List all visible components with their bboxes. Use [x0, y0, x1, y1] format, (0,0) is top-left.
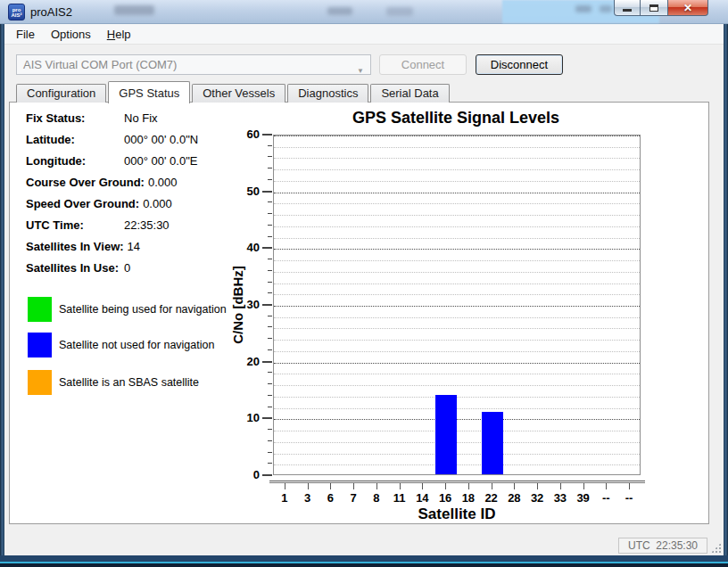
- signal-bar-16: [435, 395, 457, 474]
- y-grid-minor: [274, 328, 640, 329]
- y-tick-minor: [268, 225, 272, 226]
- chevron-down-icon: ▼: [357, 62, 364, 80]
- legend-swatch-blue: [28, 333, 52, 357]
- y-grid-major: [274, 249, 640, 250]
- titlebar-artifact: [386, 7, 413, 16]
- field-label: UTC Time:: [26, 218, 124, 232]
- close-button[interactable]: ✕: [667, 0, 708, 16]
- y-grid-minor: [274, 203, 640, 204]
- y-tick-minor: [268, 282, 272, 283]
- y-tick-minor: [268, 168, 272, 168]
- com-port-value: AIS Virtual COM Port (COM7): [23, 58, 177, 71]
- x-tick: [445, 483, 446, 489]
- window-controls: ✕: [614, 0, 708, 16]
- x-tick-label: --: [616, 491, 642, 505]
- com-port-select[interactable]: AIS Virtual COM Port (COM7) ▼: [16, 54, 371, 75]
- x-tick: [606, 483, 607, 489]
- y-tick-label: 10: [235, 411, 260, 424]
- y-tick-minor: [268, 270, 272, 271]
- y-tick-minor: [268, 372, 272, 373]
- info-row-latitude: Latitude:000° 00' 0.0"N: [26, 133, 198, 146]
- y-tick-minor: [268, 316, 272, 316]
- field-label: Longitude:: [26, 154, 124, 168]
- field-label: Latitude:: [26, 133, 124, 146]
- y-grid-minor: [274, 158, 640, 159]
- resize-grip[interactable]: [711, 543, 721, 553]
- menu-item-options[interactable]: Options: [43, 25, 99, 44]
- window-border-left: [0, 24, 4, 567]
- y-grid-minor: [274, 169, 640, 170]
- disconnect-button[interactable]: Disconnect: [476, 54, 563, 75]
- tab-configuration[interactable]: Configuration: [16, 84, 106, 103]
- legend-swatch-green: [28, 297, 52, 322]
- y-grid-major: [274, 306, 640, 307]
- legend-swatch-orange: [28, 370, 52, 395]
- chart-title: GPS Satellite Signal Levels: [260, 109, 652, 127]
- minimize-button[interactable]: [614, 0, 641, 16]
- menu-item-file[interactable]: File: [8, 25, 43, 44]
- x-tick: [308, 483, 309, 489]
- y-grid-major: [274, 136, 640, 136]
- menu-bar: FileOptionsHelp: [4, 24, 724, 45]
- field-value: 0.000: [143, 197, 172, 210]
- info-row-fix-status: Fix Status:No Fix: [26, 111, 158, 125]
- x-tick: [492, 483, 492, 489]
- y-tick-minor: [268, 145, 272, 146]
- field-value: No Fix: [124, 111, 158, 125]
- y-grid-minor: [274, 226, 640, 227]
- titlebar-artifact: [327, 7, 352, 15]
- connect-button[interactable]: Connect: [379, 54, 467, 75]
- x-tick: [560, 483, 561, 489]
- y-grid-minor: [274, 374, 640, 374]
- legend-label: Satellite being used for navigation: [59, 303, 227, 316]
- y-tick-minor: [268, 201, 272, 202]
- y-tick-minor: [268, 236, 272, 237]
- maximize-button[interactable]: [641, 0, 667, 16]
- y-tick-minor: [268, 440, 272, 441]
- menu-item-help[interactable]: Help: [99, 25, 139, 44]
- y-grid-minor: [274, 294, 640, 295]
- x-tick: [537, 483, 538, 489]
- field-value: 14: [128, 240, 140, 253]
- y-tick-minor: [268, 259, 272, 259]
- app-icon[interactable]: proAIS²: [8, 4, 25, 21]
- tab-other-vessels[interactable]: Other Vessels: [192, 84, 285, 103]
- tab-diagnostics[interactable]: Diagnostics: [287, 84, 368, 103]
- app-window: proAIS² proAIS2 ✕ FileOptionsHelp AIS Vi…: [0, 0, 728, 567]
- y-grid-minor: [274, 340, 640, 341]
- y-tick-major: [262, 191, 272, 193]
- field-value: 000° 00' 0.0"E: [124, 154, 197, 168]
- client-area: FileOptionsHelp AIS Virtual COM Port (CO…: [4, 24, 724, 555]
- y-tick-minor: [268, 452, 272, 453]
- tab-strip: Configuration GPS Status Other Vessels D…: [16, 80, 451, 103]
- x-axis-title: Satellite ID: [273, 505, 641, 523]
- y-grid-minor: [274, 317, 640, 318]
- field-value: 22:35:30: [124, 218, 170, 232]
- gps-status-page: Fix Status:No Fix Latitude:000° 00' 0.0"…: [9, 102, 709, 524]
- y-tick-minor: [268, 349, 272, 350]
- maximize-icon: [649, 4, 658, 12]
- y-tick-major: [262, 304, 272, 306]
- y-grid-minor: [274, 351, 640, 352]
- tab-serial-data[interactable]: Serial Data: [370, 84, 449, 103]
- field-label: Course Over Ground:: [26, 176, 148, 189]
- window-title: proAIS2: [30, 5, 72, 19]
- x-tick: [422, 483, 423, 489]
- x-axis-line: [269, 481, 645, 483]
- window-border-bottom: [0, 555, 728, 567]
- y-grid-minor: [274, 147, 640, 148]
- field-value: 000° 00' 0.0"N: [124, 133, 198, 146]
- legend-item-sbas: Satellite is an SBAS satellite: [28, 370, 295, 395]
- tab-gps-status[interactable]: GPS Status: [108, 81, 190, 103]
- info-row-sats-in-view: Satellites In View:14: [26, 240, 140, 253]
- y-tick-minor: [268, 429, 272, 430]
- signal-bar-22: [482, 412, 503, 474]
- y-tick-label: 40: [235, 241, 260, 254]
- y-grid-minor: [274, 260, 640, 261]
- x-tick: [629, 483, 630, 489]
- field-label: Fix Status:: [26, 111, 124, 125]
- y-grid-minor: [274, 385, 640, 386]
- titlebar-artifact: [575, 5, 592, 12]
- titlebar[interactable]: proAIS² proAIS2 ✕: [0, 0, 728, 24]
- y-tick-minor: [268, 383, 272, 384]
